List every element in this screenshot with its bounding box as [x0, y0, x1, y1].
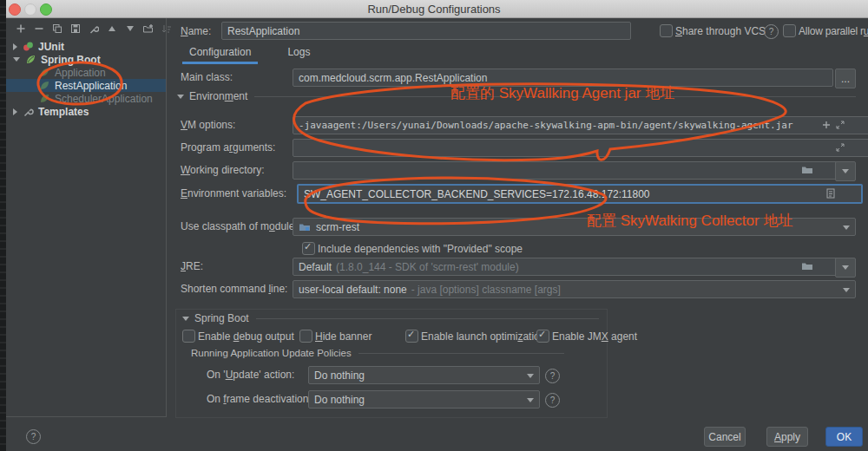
share-through-vcs-label: Share through VCS: [675, 25, 766, 37]
module-combobox[interactable]: scrm-rest: [293, 218, 856, 236]
shorten-command-line-combobox[interactable]: user-local default: none - java [options…: [293, 280, 856, 298]
separator-line: [254, 96, 856, 97]
tree-item-templates[interactable]: Templates: [6, 105, 166, 118]
ok-button[interactable]: OK: [825, 427, 863, 447]
main-class-value: com.medcloud.scrm.app.RestApplication: [299, 72, 487, 84]
expand-field-icon[interactable]: [835, 120, 845, 130]
expand-field-icon[interactable]: [835, 142, 845, 153]
hide-banner-label: Hide banner: [315, 330, 372, 343]
on-frame-deactivation-label: On frame deactivation:: [207, 393, 312, 405]
on-frame-deactivation-value: Do nothing: [314, 394, 365, 406]
spring-boot-run-config-icon: [39, 67, 50, 78]
jre-dropdown-button[interactable]: [835, 258, 856, 278]
collapse-arrow-icon: [182, 317, 189, 321]
environment-variables-value: SW_AGENT_COLLECTOR_BACKEND_SERVICES=172.…: [304, 188, 650, 200]
working-directory-label: Working directory:: [181, 164, 264, 176]
working-directory-dropdown-button[interactable]: [835, 161, 856, 181]
chevron-down-icon: [527, 398, 534, 402]
run-debug-configurations-dialog: Run/Debug Configurations JUnit Spr: [0, 0, 868, 451]
environment-section-header[interactable]: Environment: [177, 90, 856, 102]
folder-icon[interactable]: [801, 261, 813, 271]
update-policies-section-header: Running Application Update Policies: [191, 348, 564, 358]
tree-item-application[interactable]: Application: [6, 66, 166, 79]
wrench-icon: [23, 106, 34, 117]
configurations-tree: JUnit Spring Boot Application RestApplic…: [6, 40, 166, 118]
configurations-sidebar: JUnit Spring Boot Application RestApplic…: [6, 17, 167, 417]
use-classpath-label: Use classpath of module:: [181, 220, 298, 232]
expand-arrow-icon[interactable]: [13, 43, 17, 50]
share-through-vcs-checkbox[interactable]: [660, 24, 673, 37]
add-configuration-icon[interactable]: [15, 23, 26, 34]
on-update-action-combobox[interactable]: Do nothing: [308, 366, 540, 384]
tree-item-label: JUnit: [38, 41, 64, 53]
expand-arrow-icon[interactable]: [13, 108, 17, 115]
spring-boot-run-config-icon: [39, 80, 50, 91]
tree-item-rest-application[interactable]: RestApplication: [6, 79, 166, 92]
shorten-value: user-local default: none: [299, 284, 407, 296]
enable-jmx-agent-label: Enable JMX agent: [552, 330, 637, 343]
help-icon[interactable]: ?: [764, 24, 779, 39]
allow-parallel-run-checkbox[interactable]: [783, 24, 796, 37]
new-folder-icon[interactable]: [142, 23, 154, 34]
spring-boot-section-header[interactable]: Spring Boot: [182, 312, 599, 324]
cancel-button[interactable]: Cancel: [704, 427, 746, 447]
tree-item-spring-boot[interactable]: Spring Boot: [6, 53, 166, 66]
tab-logs[interactable]: Logs: [280, 43, 317, 64]
tree-item-label: Templates: [38, 106, 89, 118]
help-button[interactable]: ?: [26, 429, 41, 444]
collapse-arrow-icon[interactable]: [13, 57, 20, 62]
vm-options-input[interactable]: -javaagent:/Users/yunai/Downloads/apache…: [293, 116, 868, 134]
browse-variables-icon[interactable]: [826, 188, 835, 199]
separator-line: [358, 353, 564, 354]
window-title: Run/Debug Configurations: [0, 3, 868, 16]
shorten-value-detail: - java [options] classname [args]: [411, 284, 561, 296]
include-provided-checkbox[interactable]: [302, 242, 315, 255]
main-class-label: Main class:: [181, 71, 233, 83]
enable-launch-optimization-checkbox[interactable]: [405, 330, 418, 343]
chevron-down-icon: [843, 288, 850, 292]
tab-configuration[interactable]: Configuration: [182, 43, 258, 64]
environment-variables-label: Environment variables:: [181, 187, 286, 199]
update-policies-label: Running Application Update Policies: [191, 348, 352, 358]
name-label: Name:: [181, 25, 211, 37]
shorten-command-line-label: Shorten command line:: [181, 283, 287, 295]
help-icon[interactable]: ?: [545, 369, 560, 383]
on-frame-deactivation-combobox[interactable]: Do nothing: [308, 390, 540, 409]
tree-item-label: Spring Boot: [41, 54, 101, 66]
folder-icon[interactable]: [801, 165, 813, 174]
program-arguments-input[interactable]: [293, 139, 868, 157]
jre-label: JRE:: [181, 260, 203, 272]
separator-line: [256, 318, 599, 319]
hide-banner-checkbox[interactable]: [299, 330, 312, 343]
tab-bar: Configuration Logs: [182, 43, 317, 64]
tree-item-label: SchedulerApplication: [55, 93, 153, 105]
working-directory-input[interactable]: [293, 161, 849, 180]
vm-options-value: -javaagent:/Users/yunai/Downloads/apache…: [299, 120, 793, 131]
apply-button[interactable]: Apply: [766, 427, 808, 447]
save-configuration-icon[interactable]: [69, 23, 81, 34]
enable-debug-output-checkbox[interactable]: [182, 330, 195, 343]
copy-configuration-icon[interactable]: [51, 23, 62, 34]
enable-jmx-agent-checkbox[interactable]: [536, 330, 549, 343]
add-vm-option-icon[interactable]: [821, 120, 832, 130]
tree-item-junit[interactable]: JUnit: [6, 40, 166, 53]
edit-templates-icon[interactable]: [88, 23, 99, 34]
tree-item-label: RestApplication: [55, 80, 127, 92]
name-value: RestApplication: [227, 25, 299, 37]
main-class-input[interactable]: com.medcloud.scrm.app.RestApplication: [293, 69, 833, 87]
sort-configurations-icon[interactable]: [161, 23, 172, 34]
tree-item-scheduler-application[interactable]: SchedulerApplication: [6, 92, 166, 105]
environment-variables-input[interactable]: SW_AGENT_COLLECTOR_BACKEND_SERVICES=172.…: [297, 184, 863, 204]
name-input[interactable]: RestApplication: [221, 22, 631, 40]
module-icon: [299, 222, 311, 232]
browse-main-class-button[interactable]: ...: [835, 69, 856, 88]
move-down-icon[interactable]: [124, 23, 135, 34]
spring-boot-icon: [25, 54, 36, 65]
jre-combobox[interactable]: Default (1.8.0_144 - SDK of 'scrm-rest' …: [293, 258, 849, 276]
remove-configuration-icon[interactable]: [33, 23, 44, 34]
jre-value-detail: (1.8.0_144 - SDK of 'scrm-rest' module): [336, 261, 519, 273]
background-window-edge: [0, 0, 6, 451]
move-up-icon[interactable]: [106, 23, 117, 34]
enable-debug-output-label: Enable debug output: [198, 330, 294, 343]
help-icon[interactable]: ?: [545, 393, 560, 408]
